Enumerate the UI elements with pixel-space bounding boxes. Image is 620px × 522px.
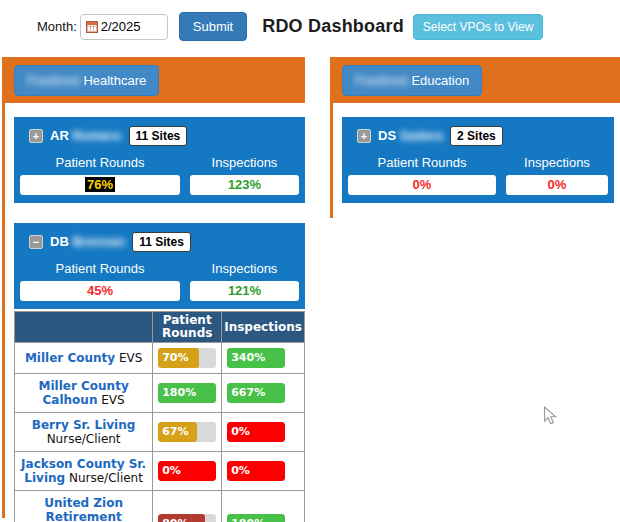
site-link[interactable]: United Zion Retirement Community: [44, 496, 123, 522]
progress-bar: 80%: [158, 514, 216, 522]
site-type: EVS: [101, 393, 124, 407]
site-name-cell: Miller County EVS: [15, 343, 153, 374]
metric-labels: Patient Rounds Inspections: [14, 261, 305, 276]
mouse-cursor: [543, 406, 558, 431]
progress-bar: 667%: [227, 383, 285, 403]
inspections-label: Inspections: [190, 155, 299, 170]
sites-badge: 2 Sites: [450, 126, 503, 146]
group-head: − DB Brennan 11 Sites: [14, 232, 305, 251]
highlighted-value: 76%: [85, 177, 115, 192]
inspections-value: 123%: [190, 175, 299, 195]
bar-label: 667%: [231, 383, 265, 403]
progress-bar: 340%: [227, 348, 285, 368]
group-initials: AR: [50, 128, 69, 143]
site-name-cell: Miller County Calhoun EVS: [15, 374, 153, 413]
site-type: Nurse/Client: [47, 432, 121, 446]
top-toolbar: Month: 2/2025 Submit RDO Dashboard Selec…: [37, 12, 543, 41]
site-link[interactable]: Berry Sr. Living: [32, 418, 136, 432]
table-row: Berry Sr. Living Nurse/Client 67% 0%: [15, 413, 305, 452]
group-initials: DS: [378, 128, 396, 143]
col-header-patient-rounds: Patient Rounds: [153, 312, 222, 343]
bar-label: 67%: [162, 422, 188, 442]
metric-values: 76% 123%: [14, 175, 305, 195]
metric-values: 45% 121%: [14, 281, 305, 301]
bar-label: 180%: [162, 383, 196, 403]
progress-bar: 180%: [227, 514, 285, 522]
brand-name-blurred: Forefront: [27, 73, 80, 88]
progress-bar: 70%: [158, 348, 216, 368]
table-row: United Zion Retirement Community Nurse/C…: [15, 491, 305, 522]
progress-bar: 180%: [158, 383, 216, 403]
inspections-cell: 667%: [222, 374, 305, 413]
site-name-cell: Berry Sr. Living Nurse/Client: [15, 413, 153, 452]
group-surname-blurred: Romero: [72, 128, 121, 143]
site-name-cell: Jackson County Sr. Living Nurse/Client: [15, 452, 153, 491]
bar-label: 70%: [162, 348, 188, 368]
expand-icon[interactable]: +: [357, 129, 371, 143]
patient-rounds-cell: 70%: [153, 343, 222, 374]
site-type: EVS: [119, 351, 142, 365]
inspections-label: Inspections: [506, 155, 608, 170]
month-label: Month:: [37, 19, 77, 34]
expand-icon[interactable]: +: [29, 129, 43, 143]
table-row: Miller County EVS 70% 340%: [15, 343, 305, 374]
col-header-inspections: Inspections: [222, 312, 305, 343]
inspections-cell: 0%: [222, 413, 305, 452]
healthcare-brand-button[interactable]: Forefront Healthcare: [14, 65, 159, 96]
bar-label: 0%: [231, 422, 250, 442]
inspections-value: 0%: [506, 175, 608, 195]
group-card-ds: + DS Sadera 2 Sites Patient Rounds Inspe…: [342, 117, 614, 203]
progress-bar: 0%: [227, 422, 285, 442]
group-head: + AR Romero 11 Sites: [14, 126, 305, 145]
group-name: DS Sadera: [378, 128, 443, 143]
education-panel-header: Forefront Education: [333, 57, 620, 103]
inspections-cell: 0%: [222, 452, 305, 491]
group-card-db: − DB Brennan 11 Sites Patient Rounds Ins…: [14, 223, 305, 309]
patient-rounds-value: 76%: [20, 175, 180, 195]
patient-rounds-cell: 80%: [153, 491, 222, 522]
progress-bar: 67%: [158, 422, 216, 442]
inspections-value: 121%: [190, 281, 299, 301]
metric-labels: Patient Rounds Inspections: [342, 155, 614, 170]
page-title: RDO Dashboard: [262, 16, 404, 37]
site-name-cell: United Zion Retirement Community Nurse/C…: [15, 491, 153, 522]
select-vpos-button[interactable]: Select VPOs to View: [413, 14, 544, 40]
patient-rounds-value: 45%: [20, 281, 180, 301]
site-link[interactable]: Miller County: [25, 351, 115, 365]
month-value: 2/2025: [101, 19, 141, 34]
patient-rounds-cell: 0%: [153, 452, 222, 491]
healthcare-panel: Forefront Healthcare + AR Romero 11 Site…: [2, 57, 305, 518]
bar-label: 80%: [162, 514, 188, 522]
metric-labels: Patient Rounds Inspections: [14, 155, 305, 170]
progress-bar: 0%: [227, 461, 285, 481]
patient-rounds-cell: 67%: [153, 413, 222, 452]
table-header-row: Patient Rounds Inspections: [15, 312, 305, 343]
calendar-icon[interactable]: [86, 21, 98, 33]
table-row: Miller County Calhoun EVS 180% 667%: [15, 374, 305, 413]
education-panel: Forefront Education + DS Sadera 2 Sites …: [330, 57, 620, 218]
patient-rounds-value: 0%: [348, 175, 496, 195]
inspections-cell: 340%: [222, 343, 305, 374]
education-brand-button[interactable]: Forefront Education: [342, 65, 482, 96]
month-input[interactable]: 2/2025: [80, 14, 168, 40]
inspections-cell: 180%: [222, 491, 305, 522]
bar-label: 180%: [231, 514, 265, 522]
group-surname-blurred: Brennan: [72, 234, 125, 249]
progress-bar: 0%: [158, 461, 216, 481]
metric-values: 0% 0%: [342, 175, 614, 195]
sites-badge: 11 Sites: [129, 126, 188, 146]
group-name: AR Romero: [50, 128, 122, 143]
sites-table: Patient Rounds Inspections Miller County…: [14, 311, 305, 522]
empty-header-cell: [15, 312, 153, 343]
bar-label: 0%: [162, 461, 181, 481]
sites-badge: 11 Sites: [132, 232, 191, 252]
patient-rounds-label: Patient Rounds: [20, 155, 180, 170]
patient-rounds-label: Patient Rounds: [20, 261, 180, 276]
group-initials: DB: [50, 234, 69, 249]
group-name: DB Brennan: [50, 234, 125, 249]
inspections-label: Inspections: [190, 261, 299, 276]
collapse-icon[interactable]: −: [29, 235, 43, 249]
submit-button[interactable]: Submit: [179, 12, 247, 41]
group-card-ar: + AR Romero 11 Sites Patient Rounds Insp…: [14, 117, 305, 203]
division-name: Education: [411, 73, 469, 88]
